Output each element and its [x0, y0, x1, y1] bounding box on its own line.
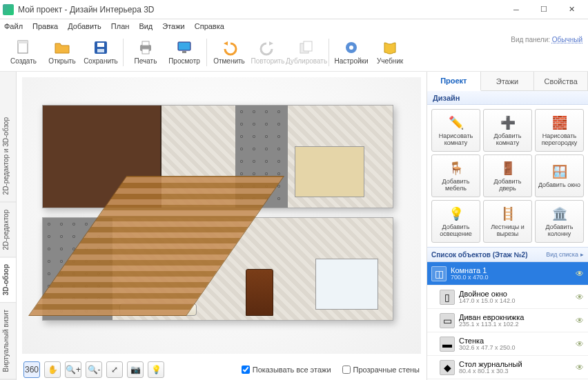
- duplicate-button[interactable]: Дублировать: [287, 35, 326, 70]
- 3d-viewport[interactable]: [22, 77, 421, 354]
- menu-help[interactable]: Справка: [195, 22, 224, 30]
- tab-3d-view[interactable]: 3D-обзор: [0, 257, 16, 303]
- menu-file[interactable]: Файл: [4, 22, 23, 30]
- object-dims: 700.0 x 470.0: [451, 274, 576, 281]
- lighting-button[interactable]: 💡: [148, 361, 164, 378]
- redo-button[interactable]: Повторить: [248, 35, 287, 70]
- draw-partition-button[interactable]: 🧱Нарисовать перегородку: [535, 109, 584, 152]
- stairs-button[interactable]: 🪜Лестницы и вырезы: [483, 200, 532, 243]
- create-button[interactable]: Создать: [4, 35, 43, 70]
- tab-2d3d-editor[interactable]: 2D-редактор и 3D-обзор: [0, 110, 16, 202]
- visibility-icon[interactable]: 👁: [576, 292, 584, 302]
- svg-rect-3: [97, 43, 104, 47]
- visibility-icon[interactable]: 👁: [576, 339, 584, 349]
- show-all-floors-checkbox[interactable]: Показывать все этажи: [242, 366, 331, 374]
- menu-edit[interactable]: Правка: [32, 22, 58, 30]
- zoom-out-button[interactable]: 🔍-: [86, 361, 102, 378]
- tab-virtual-visit[interactable]: Виртуальный визит: [0, 303, 16, 380]
- svg-rect-4: [97, 49, 104, 52]
- object-icon: ▬: [440, 337, 455, 352]
- undo-icon: [221, 39, 237, 56]
- svg-rect-6: [142, 41, 149, 46]
- new-file-icon: [15, 39, 32, 56]
- duplicate-icon: [298, 39, 315, 56]
- svg-rect-8: [178, 42, 190, 50]
- preview-button[interactable]: Просмотр: [165, 35, 204, 70]
- object-dims: 147.0 x 15.0 x 142.0: [459, 298, 576, 305]
- visibility-icon[interactable]: 👁: [576, 269, 584, 279]
- open-button[interactable]: Открыть: [43, 35, 81, 70]
- viewport-controls: 360 ✋ 🔍+ 🔍- ⤢ 📷 💡 Показывать все этажи П…: [17, 359, 427, 380]
- add-furniture-button[interactable]: 🪑Добавить мебель: [431, 154, 480, 197]
- object-name: Двойное окно: [459, 290, 576, 298]
- transparent-walls-checkbox[interactable]: Прозрачные стены: [342, 366, 420, 374]
- svg-rect-11: [304, 41, 312, 51]
- object-icon: ▭: [440, 313, 455, 328]
- add-room-icon: ➕: [500, 114, 516, 131]
- orbit-360-button[interactable]: 360: [23, 361, 40, 378]
- close-button[interactable]: ✕: [558, 1, 585, 19]
- object-dims: 80.4 x 80.1 x 30.3: [459, 368, 576, 375]
- object-name: Комната 1: [451, 266, 576, 274]
- object-icon: ◆: [440, 360, 455, 375]
- object-row[interactable]: ◫ Комната 1 700.0 x 470.0 👁: [427, 262, 588, 286]
- object-icon: ▯: [440, 290, 455, 305]
- print-button[interactable]: Печать: [126, 35, 165, 70]
- camera-button[interactable]: 📷: [127, 361, 144, 378]
- folder-open-icon: [54, 39, 70, 56]
- redo-icon: [259, 39, 276, 56]
- menu-plan[interactable]: План: [111, 22, 130, 30]
- minimize-button[interactable]: ─: [502, 1, 530, 19]
- add-room-button[interactable]: ➕Добавить комнату: [483, 109, 532, 152]
- door-icon: 🚪: [500, 160, 516, 177]
- save-button[interactable]: Сохранить: [81, 35, 120, 70]
- svg-rect-9: [182, 51, 186, 53]
- pan-button[interactable]: ✋: [44, 361, 61, 378]
- add-column-button[interactable]: 🏛️Добавить колонну: [535, 200, 584, 243]
- svg-rect-1: [18, 41, 28, 43]
- save-icon: [92, 39, 109, 56]
- svg-point-13: [349, 46, 353, 50]
- visibility-icon[interactable]: 👁: [576, 316, 584, 326]
- object-name: Стол журнальный: [459, 360, 576, 368]
- object-dims: 235.1 x 113.1 x 102.2: [459, 321, 576, 328]
- object-row[interactable]: ▯ Двойное окно 147.0 x 15.0 x 142.0 👁: [427, 286, 588, 309]
- object-name: Стенка: [459, 337, 576, 345]
- side-panel: Проект Этажи Свойства Дизайн ✏️Нарисоват…: [427, 72, 588, 380]
- tutorial-button[interactable]: Учебник: [371, 35, 409, 70]
- object-dims: 302.6 x 47.7 x 250.0: [459, 345, 576, 352]
- view-panel-link[interactable]: Обычный: [552, 36, 582, 43]
- visibility-icon[interactable]: 👁: [576, 363, 584, 372]
- fit-button[interactable]: ⤢: [106, 361, 123, 378]
- object-name: Диван еврокнижка: [459, 313, 576, 321]
- undo-button[interactable]: Отменить: [210, 35, 248, 70]
- add-door-button[interactable]: 🚪Добавить дверь: [483, 154, 532, 197]
- object-row[interactable]: ◆ Стол журнальный 80.4 x 80.1 x 30.3 👁: [427, 356, 588, 379]
- add-window-button[interactable]: 🪟Добавить окно: [535, 154, 584, 197]
- sidetab-project[interactable]: Проект: [427, 72, 481, 91]
- window-title: Мой проект - Дизайн Интерьера 3D: [18, 5, 502, 14]
- add-lighting-button[interactable]: 💡Добавить освещение: [431, 200, 480, 243]
- draw-room-button[interactable]: ✏️Нарисовать комнату: [431, 109, 480, 152]
- sidetab-floors[interactable]: Этажи: [481, 72, 535, 90]
- object-list-header: Список объектов (Этаж №2) Вид списка ▸: [427, 247, 588, 262]
- object-list[interactable]: ◫ Комната 1 700.0 x 470.0 👁▯ Двойное окн…: [427, 262, 588, 380]
- bulb-icon: 💡: [448, 206, 464, 222]
- zoom-in-button[interactable]: 🔍+: [65, 361, 81, 378]
- maximize-button[interactable]: ☐: [530, 1, 558, 19]
- menu-add[interactable]: Добавить: [68, 22, 101, 30]
- main-toolbar: Создать Открыть Сохранить Печать Просмот…: [0, 33, 588, 72]
- sidetab-properties[interactable]: Свойства: [534, 72, 588, 90]
- window-icon: 🪟: [551, 163, 568, 180]
- chair-icon: 🪑: [448, 160, 464, 177]
- menu-view[interactable]: Вид: [139, 22, 153, 30]
- canvas-pane: 360 ✋ 🔍+ 🔍- ⤢ 📷 💡 Показывать все этажи П…: [17, 72, 427, 380]
- object-row[interactable]: ▭ Диван еврокнижка 235.1 x 113.1 x 102.2…: [427, 309, 588, 332]
- menu-floors[interactable]: Этажи: [162, 22, 184, 30]
- menu-bar: Файл Правка Добавить План Вид Этажи Спра…: [0, 19, 588, 33]
- object-icon: ◫: [431, 266, 447, 281]
- settings-button[interactable]: Настройки: [332, 35, 371, 70]
- view-list-button[interactable]: Вид списка ▸: [546, 251, 584, 258]
- tab-2d-editor[interactable]: 2D-редактор: [0, 203, 16, 258]
- object-row[interactable]: ▬ Стенка 302.6 x 47.7 x 250.0 👁: [427, 332, 588, 356]
